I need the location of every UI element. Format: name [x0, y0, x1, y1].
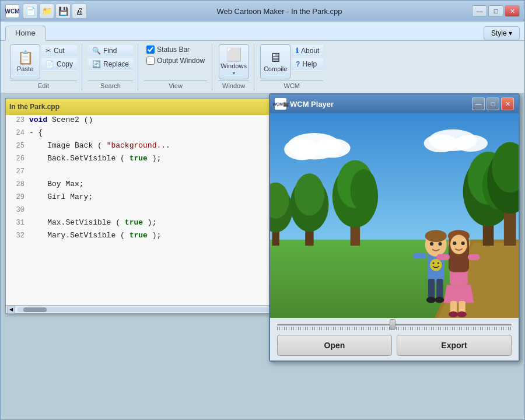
scene-svg — [270, 113, 519, 318]
about-button[interactable]: ℹ About — [292, 44, 323, 57]
tab-home[interactable]: Home — [5, 26, 46, 41]
compile-icon: 🖥 — [269, 51, 282, 64]
copy-label: Copy — [57, 60, 73, 68]
help-button[interactable]: ? Help — [292, 58, 323, 71]
search-group-label: Search — [88, 80, 133, 89]
player-title-bar: WCM 🎬 WCM Player — □ ✕ — [270, 94, 519, 113]
cut-icon: ✂ — [46, 47, 51, 55]
windows-icon: ⬜ — [226, 48, 242, 61]
paste-button[interactable]: 📋 Paste — [10, 44, 40, 79]
ribbon-group-wcm: 🖥 Compile ℹ About ? Help WCM — [256, 43, 328, 90]
svg-point-19 — [351, 169, 377, 211]
player-close-button[interactable]: ✕ — [501, 97, 514, 110]
scroll-left-arrow[interactable]: ◀ — [7, 306, 15, 314]
status-bar-checkbox[interactable] — [146, 46, 155, 54]
player-window-title: WCM Player — [290, 100, 468, 108]
about-icon: ℹ — [296, 47, 299, 55]
export-button[interactable]: Export — [397, 335, 512, 356]
ribbon-group-edit: 📋 Paste ✂ Cut 📄 Copy Edit — [5, 43, 82, 90]
view-group-buttons: Status Bar Output Window — [144, 44, 207, 79]
scene-canvas — [270, 113, 519, 318]
code-line-30: 30 — [6, 205, 285, 218]
output-window-toggle[interactable]: Output Window — [144, 55, 207, 66]
code-scrollbar[interactable]: ◀ ▶ — [6, 305, 285, 313]
about-help-col: ℹ About ? Help — [292, 44, 323, 71]
progress-thumb[interactable] — [390, 319, 396, 330]
player-minimize-button[interactable]: — — [472, 97, 485, 110]
svg-marker-42 — [444, 285, 474, 303]
svg-point-39 — [433, 262, 435, 264]
code-line-29: 29 Girl Mary; — [6, 192, 285, 205]
window-controls: — □ ✕ — [472, 5, 520, 17]
replace-button[interactable]: 🔄 Replace — [88, 58, 133, 71]
open-button[interactable]: Open — [277, 335, 392, 356]
window-title: Web Cartoon Maker - In the Park.cpp — [90, 7, 468, 16]
code-line-24: 24 - { — [6, 128, 285, 141]
code-line-28: 28 Boy Max; — [6, 179, 285, 192]
title-bar: WCM 📄 📁 💾 🖨 Web Cartoon Maker - In the P… — [1, 1, 524, 22]
ribbon-group-search: 🔍 Find 🔄 Replace Search — [83, 43, 138, 90]
save-button[interactable]: 💾 — [55, 4, 71, 19]
ribbon-tabs: Home Style ▾ — [1, 22, 524, 40]
code-line-31: 31 Max.SetVisible ( true ); — [6, 218, 285, 230]
svg-point-31 — [438, 242, 442, 246]
svg-point-54 — [457, 312, 467, 317]
ribbon-content: 📋 Paste ✂ Cut 📄 Copy Edit — [1, 40, 524, 93]
search-group-buttons: 🔍 Find 🔄 Replace — [88, 44, 133, 79]
svg-point-30 — [430, 242, 433, 246]
view-group-label: View — [144, 80, 207, 89]
progress-area — [277, 323, 512, 331]
wcm-group-label: WCM — [260, 80, 323, 89]
cut-copy-col: ✂ Cut 📄 Copy — [41, 44, 77, 71]
copy-button[interactable]: 📄 Copy — [41, 58, 77, 71]
windows-label: Windows — [220, 62, 247, 69]
scroll-thumb[interactable] — [23, 307, 47, 312]
progress-bar-container[interactable] — [277, 324, 512, 330]
code-line-32: 32 Mary.SetVisible ( true ); — [6, 230, 285, 243]
copy-icon: 📄 — [46, 60, 54, 68]
compile-button[interactable]: 🖥 Compile — [260, 44, 290, 79]
status-bar-toggle[interactable]: Status Bar — [144, 44, 207, 55]
svg-point-6 — [454, 135, 488, 152]
replace-label: Replace — [103, 60, 129, 68]
open-file-button[interactable]: 📁 — [39, 4, 54, 19]
svg-point-29 — [425, 230, 447, 242]
svg-point-46 — [450, 235, 467, 254]
find-replace-col: 🔍 Find 🔄 Replace — [88, 44, 133, 71]
ribbon: Home Style ▾ 📋 Paste ✂ Cut — [1, 22, 524, 93]
code-line-27: 27 — [6, 166, 285, 179]
print-button[interactable]: 🖨 — [72, 4, 87, 19]
minimize-button[interactable]: — — [472, 5, 487, 17]
new-file-button[interactable]: 📄 — [23, 4, 38, 19]
svg-rect-32 — [428, 279, 435, 300]
cut-button[interactable]: ✂ Cut — [41, 44, 77, 57]
maximize-button[interactable]: □ — [488, 5, 503, 17]
help-icon: ? — [296, 60, 300, 68]
view-checkboxes: Status Bar Output Window — [144, 44, 207, 66]
svg-point-34 — [426, 297, 436, 303]
svg-point-38 — [430, 259, 442, 271]
windows-button[interactable]: ⬜ Windows ▾ — [219, 44, 249, 79]
code-content[interactable]: 23 void Scene2 () 24 - { 25 Image Back (… — [6, 115, 285, 305]
edit-group-buttons: 📋 Paste ✂ Cut 📄 Copy — [10, 44, 77, 79]
svg-rect-33 — [436, 279, 443, 300]
app-icon: WCM — [5, 4, 19, 18]
player-window-controls: — □ ✕ — [472, 97, 514, 110]
code-line-25: 25 Image Back ( "background... — [6, 141, 285, 153]
svg-rect-36 — [413, 253, 426, 259]
quick-access-toolbar: 📄 📁 💾 🖨 — [23, 4, 87, 19]
ribbon-group-view: Status Bar Output Window View — [139, 43, 212, 90]
close-button[interactable]: ✕ — [505, 5, 520, 17]
svg-point-35 — [435, 297, 444, 303]
find-button[interactable]: 🔍 Find — [88, 44, 133, 57]
svg-rect-49 — [436, 254, 450, 260]
style-button[interactable]: Style ▾ — [484, 26, 520, 40]
code-editor-title-bar: In the Park.cpp ✕ — [6, 99, 285, 115]
code-editor-title: In the Park.cpp — [9, 103, 270, 111]
ribbon-group-window: ⬜ Windows ▾ Window — [214, 43, 254, 90]
output-window-checkbox[interactable] — [146, 57, 155, 65]
wcm-group-buttons: 🖥 Compile ℹ About ? Help — [260, 44, 323, 79]
svg-point-53 — [449, 312, 459, 317]
player-maximize-button[interactable]: □ — [487, 97, 499, 110]
scroll-track[interactable] — [18, 307, 273, 312]
